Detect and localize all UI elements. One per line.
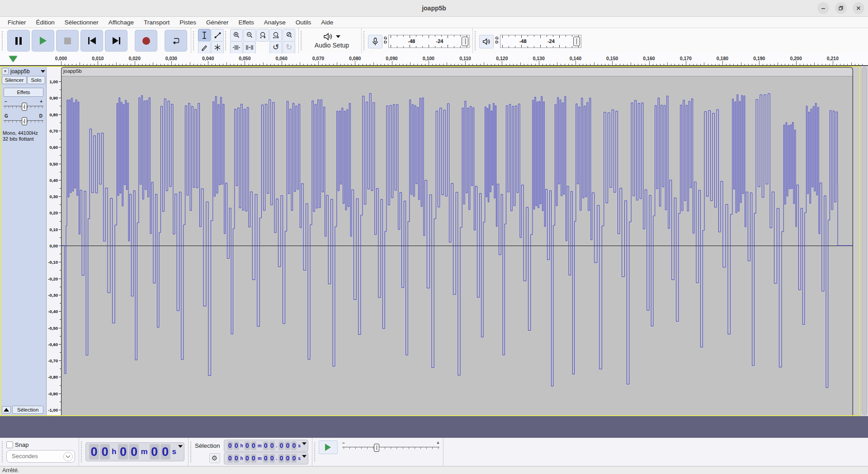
selection-start-digit[interactable]: 0 <box>285 441 290 450</box>
audio-position-digit[interactable]: 0 <box>89 444 99 460</box>
selection-tool-button[interactable] <box>198 29 211 42</box>
timeline-ruler[interactable]: 0,0000,0100,0200,0300,0400,0500,0600,070… <box>0 53 868 66</box>
menu-analyse[interactable]: Analyse <box>259 17 291 28</box>
zoom-in-button[interactable] <box>230 29 243 42</box>
pause-button[interactable] <box>7 30 30 52</box>
meter-volume-slider[interactable] <box>573 37 580 46</box>
toolbar-gripper[interactable] <box>225 31 228 50</box>
track-close-button[interactable]: × <box>2 68 9 75</box>
recording-meter[interactable]: -48-24 <box>388 35 470 48</box>
selection-end-digit[interactable]: 0 <box>285 454 290 463</box>
loop-button[interactable] <box>165 30 187 52</box>
vertical-scrollbar-thumb[interactable] <box>862 67 867 415</box>
track-menu-arrow-icon[interactable] <box>41 70 45 73</box>
waveform-canvas[interactable] <box>61 67 859 415</box>
menu-transport[interactable]: Transport <box>139 17 175 28</box>
toolbar-gripper[interactable] <box>190 441 193 462</box>
selection-start-digit[interactable]: 0 <box>234 441 239 450</box>
toolbar-gripper[interactable] <box>301 31 303 50</box>
combo-dropdown-button[interactable] <box>63 452 73 461</box>
envelope-tool-button[interactable] <box>211 29 224 42</box>
toolbar-gripper[interactable] <box>2 441 5 462</box>
gain-slider-thumb[interactable] <box>22 103 27 111</box>
selection-start-digit[interactable]: 0 <box>251 441 256 450</box>
menu-pistes[interactable]: Pistes <box>175 17 201 28</box>
selection-end-digit[interactable]: 0 <box>227 454 233 463</box>
skip-to-end-button[interactable] <box>105 30 127 52</box>
restore-button[interactable] <box>835 2 847 14</box>
vertical-scale-ruler[interactable]: 1,000,900,800,700,600,500,400,300,200,10… <box>47 67 61 415</box>
undo-button[interactable]: ↺ <box>269 41 282 54</box>
pan-slider[interactable]: G D <box>4 114 43 126</box>
collapse-track-button[interactable] <box>2 406 11 413</box>
record-button[interactable] <box>135 30 157 52</box>
toolbar-gripper[interactable] <box>193 31 196 50</box>
selection-end-digit[interactable]: 0 <box>278 454 284 463</box>
fit-project-button[interactable] <box>269 29 282 42</box>
play-at-speed-button[interactable] <box>319 441 338 454</box>
close-button[interactable] <box>853 2 864 14</box>
vertical-scrollbar[interactable] <box>860 66 868 416</box>
solo-button[interactable]: Solo <box>27 76 45 84</box>
menu-dition[interactable]: Édition <box>31 17 60 28</box>
pan-slider-thumb[interactable] <box>22 117 27 125</box>
stop-button[interactable] <box>56 30 79 52</box>
playback-speed-slider[interactable]: − + <box>342 441 439 454</box>
playhead-pin-icon[interactable] <box>9 56 17 62</box>
selection-end-display[interactable]: 00h00m00.000s <box>224 452 308 465</box>
play-button[interactable] <box>32 30 54 52</box>
zoom-toggle-button[interactable] <box>283 29 295 42</box>
audio-setup-button[interactable]: Audio Setup <box>305 33 359 49</box>
toolbar-gripper[interactable] <box>2 31 5 50</box>
audio-position-digit[interactable]: 0 <box>129 444 139 460</box>
draw-tool-button[interactable] <box>198 41 211 54</box>
selection-start-display[interactable]: 00h00m00.000s <box>224 440 308 452</box>
track-name[interactable]: joapp5b <box>10 68 41 75</box>
toolbar-gripper[interactable] <box>475 31 477 50</box>
toolbar-gripper[interactable] <box>363 31 366 50</box>
menu-slectionner[interactable]: Sélectionner <box>60 17 104 28</box>
dropdown-arrow-icon[interactable] <box>302 442 307 445</box>
mute-button[interactable]: Silencer <box>2 76 27 84</box>
playback-meter[interactable]: -48-24 <box>500 35 581 48</box>
dropdown-arrow-icon[interactable] <box>178 445 183 448</box>
zoom-to-selection-button[interactable] <box>256 29 269 42</box>
selection-end-digit[interactable]: 0 <box>234 454 239 463</box>
selection-end-digit[interactable]: 0 <box>245 454 250 463</box>
audio-position-digit[interactable]: 0 <box>160 444 170 460</box>
multi-tool-button[interactable] <box>211 41 224 54</box>
menu-affichage[interactable]: Affichage <box>104 17 139 28</box>
selection-start-digit[interactable]: 0 <box>263 441 269 450</box>
dropdown-arrow-icon[interactable] <box>302 455 307 458</box>
audio-position-digit[interactable]: 0 <box>150 444 160 460</box>
trim-audio-button[interactable] <box>230 41 243 54</box>
selection-format-combo[interactable] <box>6 450 75 463</box>
menu-outils[interactable]: Outils <box>291 17 316 28</box>
toolbar-gripper[interactable] <box>81 441 84 462</box>
audio-position-digit[interactable]: 0 <box>100 444 110 460</box>
silence-audio-button[interactable] <box>243 41 256 54</box>
play-meter-button[interactable] <box>479 35 494 48</box>
skip-to-start-button[interactable] <box>80 30 103 52</box>
format-input[interactable] <box>11 452 60 460</box>
gain-slider[interactable]: − + <box>4 100 43 111</box>
zoom-out-button[interactable] <box>243 29 256 42</box>
menu-fichier[interactable]: Fichier <box>3 17 31 28</box>
selection-end-digit[interactable]: 0 <box>291 454 297 463</box>
selection-start-digit[interactable]: 0 <box>227 441 233 450</box>
redo-button[interactable]: ↻ <box>283 41 295 54</box>
selection-start-digit[interactable]: 0 <box>278 441 284 450</box>
selection-end-digit[interactable]: 0 <box>263 454 269 463</box>
toolbar-gripper[interactable] <box>314 442 317 462</box>
selection-options-button[interactable]: ⚙ <box>209 453 220 463</box>
menu-aide[interactable]: Aide <box>316 17 338 28</box>
selection-start-digit[interactable]: 0 <box>291 441 297 450</box>
selection-end-digit[interactable]: 0 <box>269 454 275 463</box>
speed-slider-thumb[interactable] <box>374 444 379 452</box>
audio-position-digit[interactable]: 0 <box>118 444 128 460</box>
meter-volume-slider[interactable] <box>462 37 468 46</box>
record-meter-button[interactable] <box>368 35 382 48</box>
menu-gnrer[interactable]: Générer <box>201 17 234 28</box>
snap-checkbox[interactable] <box>6 441 13 448</box>
menu-effets[interactable]: Effets <box>233 17 259 28</box>
